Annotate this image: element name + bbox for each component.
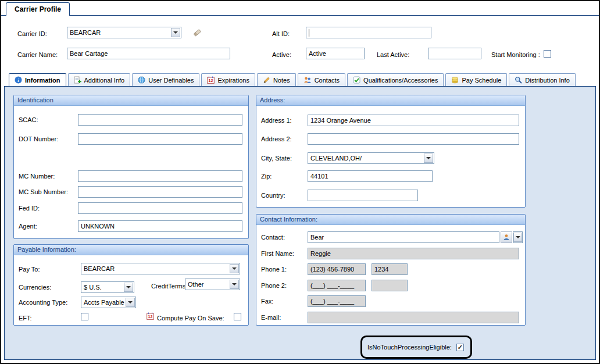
person-icon: [503, 234, 510, 241]
tab-carrier-profile-label: Carrier Profile: [15, 5, 61, 13]
tab-notes[interactable]: Notes: [257, 73, 296, 86]
tab-qualifications-accessories[interactable]: Qualifications/Accessories: [347, 73, 444, 86]
city-state-combo[interactable]: CLEVELAND,OH/: [308, 152, 434, 164]
active-input[interactable]: Active: [306, 48, 365, 59]
fed-id-label: Fed ID:: [19, 205, 40, 212]
chevron-down-icon[interactable]: [230, 280, 239, 289]
address2-input[interactable]: [308, 133, 519, 145]
country-label: Country:: [261, 192, 285, 199]
dot-number-input[interactable]: [78, 133, 242, 145]
active-label: Active:: [272, 51, 291, 58]
text-cursor: [309, 29, 309, 37]
last-active-label: Last Active:: [377, 51, 409, 58]
compute-pay-on-save-checkbox[interactable]: [234, 313, 241, 320]
address2-label: Address 2:: [261, 135, 292, 142]
zip-input[interactable]: 44101: [308, 170, 433, 182]
city-state-label: City, State:: [261, 155, 292, 162]
agent-input[interactable]: UNKNOWN: [78, 220, 242, 232]
eft-checkbox[interactable]: [81, 313, 88, 320]
carrier-profile-window: Carrier Profile Carrier ID: BEARCAR Alt …: [0, 0, 600, 364]
tab-distribution-info[interactable]: Distribution Info: [509, 73, 575, 86]
tab-label: Notes: [273, 77, 290, 84]
accounting-type-combo[interactable]: Accts Payable: [81, 297, 136, 308]
globe-icon: [138, 76, 145, 84]
people-icon: [303, 76, 312, 84]
phone2-ext-input: [372, 280, 408, 291]
scac-label: SCAC:: [19, 116, 38, 123]
phone2-label: Phone 2:: [261, 282, 287, 289]
chevron-down-icon[interactable]: [124, 283, 133, 292]
tab-user-definables[interactable]: User Definables: [132, 73, 199, 86]
address1-input[interactable]: 1234 Orange Avenue: [308, 115, 519, 126]
eraser-icon[interactable]: [192, 27, 202, 38]
scac-input[interactable]: [78, 114, 242, 126]
no-touch-checkbox[interactable]: ✓: [456, 344, 464, 351]
accounting-type-label: Accounting Type:: [19, 299, 67, 306]
address-group: Address: Address 1: 1234 Orange Avenue A…: [256, 95, 526, 208]
carrier-name-label: Carrier Name:: [17, 51, 58, 58]
contact-dropdown[interactable]: [513, 231, 523, 243]
carrier-id-label: Carrier ID:: [17, 30, 47, 37]
address-group-title: Address:: [256, 95, 525, 106]
tab-label: Expirations: [217, 77, 249, 84]
chevron-down-icon[interactable]: [424, 154, 433, 163]
calendar-icon: 12: [147, 312, 154, 320]
credit-terms-value: Other: [188, 281, 204, 288]
last-active-input[interactable]: [428, 48, 481, 59]
accounting-type-value: Accts Payable: [84, 299, 124, 306]
coins-icon: [451, 76, 459, 84]
identification-group-title: Identification: [14, 95, 248, 106]
address1-label: Address 1:: [261, 117, 292, 124]
start-monitoring-checkbox[interactable]: [544, 50, 551, 58]
fed-id-input[interactable]: [78, 202, 242, 214]
country-input[interactable]: [308, 190, 418, 201]
fax-label: Fax:: [261, 298, 273, 305]
phone1-ext-input: 1234: [372, 263, 408, 275]
window-tab-divider: [1, 15, 599, 16]
tab-label: Pay Schedule: [462, 77, 501, 84]
contact-information-group: Contact Information: Contact: Bear First…: [256, 214, 526, 326]
tab-label: Qualifications/Accessories: [363, 77, 438, 84]
credit-terms-combo[interactable]: Other: [185, 279, 240, 290]
mc-number-label: MC Number:: [19, 173, 55, 180]
mc-sub-number-input[interactable]: [78, 186, 242, 198]
credit-terms-label: CreditTerms: [151, 283, 185, 290]
chevron-down-icon[interactable]: [513, 233, 522, 242]
contact-lookup-button[interactable]: [501, 231, 512, 243]
tab-label: User Definables: [148, 77, 194, 84]
svg-text:12: 12: [148, 315, 153, 319]
phone1-input: (123) 456-7890: [308, 263, 366, 275]
agent-label: Agent:: [19, 223, 37, 230]
tab-label: Information: [25, 77, 60, 84]
tab-expirations[interactable]: 12 Expirations: [201, 73, 255, 86]
tab-carrier-profile[interactable]: Carrier Profile: [6, 2, 70, 16]
tab-contacts[interactable]: Contacts: [298, 73, 345, 86]
currencies-combo[interactable]: $ U.S.: [81, 281, 134, 293]
eft-label: EFT:: [19, 315, 32, 322]
alt-id-input[interactable]: [306, 27, 431, 38]
svg-text:12: 12: [209, 78, 213, 83]
tab-pay-schedule[interactable]: Pay Schedule: [445, 73, 507, 86]
compute-pay-on-save-label: Compute Pay On Save:: [157, 315, 224, 322]
chevron-down-icon[interactable]: [230, 264, 239, 273]
chevron-down-icon[interactable]: [171, 28, 180, 37]
form-plus-icon: [74, 76, 81, 84]
carrier-id-combo[interactable]: BEARCAR: [67, 27, 181, 38]
tab-information[interactable]: i Information: [9, 73, 66, 86]
mc-sub-number-label: MC Sub Number:: [19, 188, 68, 195]
fax-input: (___) ___-____: [308, 295, 366, 307]
pay-to-combo[interactable]: BEARCAR: [81, 263, 240, 274]
payable-information-group: Payable Information: Pay To: BEARCAR Cur…: [13, 244, 249, 326]
carrier-id-value: BEARCAR: [70, 29, 101, 36]
chevron-down-icon[interactable]: [126, 298, 135, 307]
phone2-input: (___) ___-____: [308, 280, 366, 291]
mc-number-input[interactable]: [78, 170, 242, 182]
contact-input[interactable]: Bear: [308, 231, 499, 243]
tab-label: Distribution Info: [525, 77, 569, 84]
first-name-input: Reggie: [308, 248, 519, 259]
carrier-name-input[interactable]: Bear Cartage: [67, 48, 230, 59]
alt-id-label: Alt ID:: [272, 30, 290, 37]
tab-additional-info[interactable]: Additional Info: [68, 73, 131, 86]
contact-group-title: Contact Information:: [256, 215, 525, 225]
no-touch-highlight-ring: IsNoTouchProcessingEligible: ✓: [360, 336, 472, 359]
